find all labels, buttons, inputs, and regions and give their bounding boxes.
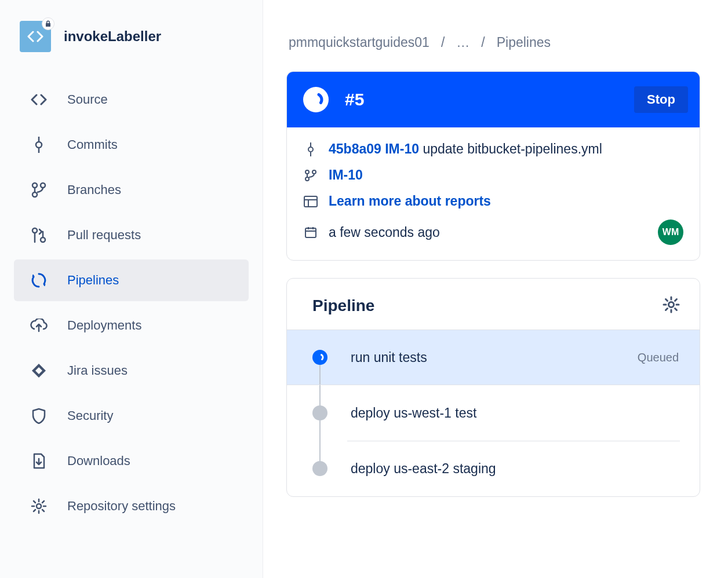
sidebar-item-security[interactable]: Security	[14, 395, 249, 437]
svg-point-15	[305, 177, 309, 181]
sidebar-item-label: Commits	[67, 137, 232, 152]
sidebar-item-label: Jira issues	[67, 363, 232, 378]
sidebar-item-label: Security	[67, 408, 232, 423]
run-number: #5	[345, 90, 618, 109]
breadcrumb: pmmquickstartguides01 / … / Pipelines	[286, 35, 700, 50]
breadcrumb-current[interactable]: Pipelines	[497, 35, 551, 50]
pipeline-title: Pipeline	[312, 297, 374, 315]
svg-point-1	[36, 142, 42, 148]
pipeline-step[interactable]: deploy us-east-2 staging	[287, 441, 700, 496]
svg-point-24	[316, 353, 324, 361]
svg-point-8	[37, 504, 41, 509]
step-list: run unit tests Queued deploy us-west-1 t…	[287, 330, 700, 496]
sidebar-item-downloads[interactable]: Downloads	[14, 440, 249, 482]
commits-icon	[30, 136, 48, 153]
commit-row: 45b8a09 IM-10 update bitbucket-pipelines…	[303, 141, 683, 157]
sidebar-item-pipelines[interactable]: Pipelines	[14, 259, 249, 301]
repo-header: invokeLabeller	[14, 21, 249, 52]
branch-link[interactable]: IM-10	[329, 167, 363, 183]
svg-rect-16	[304, 196, 317, 207]
reports-icon	[303, 196, 318, 207]
step-status-pending-icon	[312, 405, 327, 420]
jira-icon	[30, 362, 48, 379]
sidebar-item-label: Source	[67, 92, 232, 107]
reports-row: Learn more about reports	[303, 193, 683, 209]
sidebar-item-commits[interactable]: Commits	[14, 124, 249, 166]
commit-icon	[303, 142, 318, 156]
step-name: deploy us-west-1 test	[351, 405, 679, 421]
sidebar-item-label: Branches	[67, 182, 232, 197]
sidebar-item-label: Deployments	[67, 318, 232, 333]
sidebar-item-label: Pull requests	[67, 228, 232, 243]
source-icon	[30, 91, 48, 108]
svg-point-4	[41, 183, 45, 188]
svg-point-11	[308, 147, 313, 152]
reports-link[interactable]: Learn more about reports	[329, 193, 491, 209]
branch-icon	[303, 169, 318, 182]
sidebar-item-jira-issues[interactable]: Jira issues	[14, 350, 249, 392]
avatar[interactable]: WM	[658, 220, 683, 245]
commit-hash-link[interactable]: 45b8a09	[329, 141, 381, 156]
breadcrumb-root[interactable]: pmmquickstartguides01	[289, 35, 429, 50]
sidebar-item-label: Downloads	[67, 453, 232, 469]
run-header: #5 Stop	[287, 72, 700, 127]
sidebar-item-repo-settings[interactable]: Repository settings	[14, 485, 249, 527]
main-content: pmmquickstartguides01 / … / Pipelines #5…	[263, 0, 728, 578]
breadcrumb-separator: /	[441, 35, 445, 50]
step-status-running-icon	[312, 350, 327, 365]
deployments-icon	[30, 317, 48, 334]
branches-icon	[30, 181, 48, 199]
lock-icon	[42, 17, 54, 30]
pipeline-steps-header: Pipeline	[287, 279, 700, 330]
calendar-icon	[303, 226, 318, 239]
svg-point-23	[669, 302, 674, 308]
svg-point-5	[32, 192, 37, 197]
pipelines-icon	[30, 272, 48, 289]
run-details: 45b8a09 IM-10 update bitbucket-pipelines…	[287, 127, 700, 260]
repo-icon	[20, 21, 51, 52]
pipeline-steps-card: Pipeline run unit tests Queued deploy us…	[286, 278, 700, 497]
sidebar: invokeLabeller Source Commits Branches	[0, 0, 263, 578]
sidebar-item-source[interactable]: Source	[14, 79, 249, 120]
repo-name: invokeLabeller	[64, 28, 161, 45]
sidebar-item-branches[interactable]: Branches	[14, 169, 249, 211]
breadcrumb-separator: /	[481, 35, 485, 50]
step-status-pending-icon	[312, 461, 327, 476]
step-name: run unit tests	[351, 350, 638, 365]
pipeline-run-card: #5 Stop 45b8a09 IM-10 update bitbucket-p…	[286, 71, 700, 261]
shield-icon	[30, 407, 48, 425]
time-ago: a few seconds ago	[329, 225, 440, 240]
step-divider	[347, 441, 680, 441]
pipeline-settings-button[interactable]	[663, 296, 680, 316]
sidebar-nav: Source Commits Branches Pull requests Pi	[14, 79, 249, 531]
downloads-icon	[30, 452, 48, 470]
step-name: deploy us-east-2 staging	[351, 461, 679, 477]
time-row: a few seconds ago WM	[303, 220, 683, 245]
pipeline-step[interactable]: deploy us-west-1 test	[287, 385, 700, 441]
pipeline-step[interactable]: run unit tests Queued	[287, 330, 700, 385]
stop-button[interactable]: Stop	[634, 86, 688, 113]
step-status-label: Queued	[638, 351, 679, 364]
sidebar-item-deployments[interactable]: Deployments	[14, 305, 249, 346]
svg-point-13	[305, 170, 309, 174]
gear-icon	[30, 497, 48, 515]
commit-message: update bitbucket-pipelines.yml	[423, 141, 602, 156]
svg-rect-19	[305, 228, 316, 237]
run-status-in-progress-icon	[303, 87, 329, 112]
svg-point-14	[312, 170, 316, 174]
svg-point-3	[32, 183, 37, 188]
issue-key-link[interactable]: IM-10	[385, 141, 419, 156]
sidebar-item-pull-requests[interactable]: Pull requests	[14, 214, 249, 256]
sidebar-item-label: Repository settings	[67, 499, 232, 514]
sidebar-item-label: Pipelines	[67, 273, 232, 288]
pull-requests-icon	[30, 226, 48, 244]
breadcrumb-ellipsis[interactable]: …	[456, 35, 469, 50]
svg-point-9	[308, 92, 323, 107]
branch-row: IM-10	[303, 167, 683, 183]
